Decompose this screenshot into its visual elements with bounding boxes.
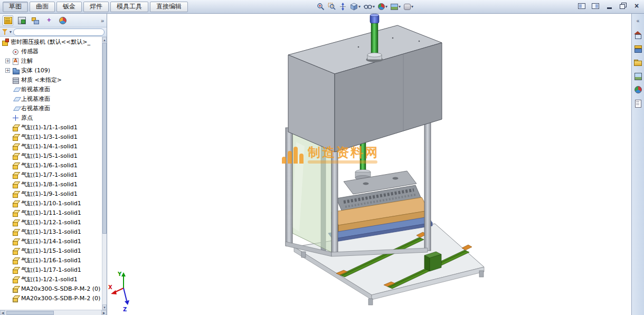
pane-right-button[interactable] — [591, 2, 600, 10]
feature-tree-item[interactable]: 气缸(1)-1/15-1-solid1 — [0, 246, 102, 255]
feature-tree-item[interactable]: MA20x300-S-SDB-P-M-2 (0) — [0, 284, 102, 293]
feature-tree-item[interactable]: 气缸(1)-1/1-1-solid1 — [0, 122, 102, 132]
tree-vertical-scrollbar[interactable]: ▲ ▼ — [102, 37, 107, 310]
expand-toggle[interactable] — [5, 116, 10, 120]
expand-toggle[interactable] — [5, 249, 10, 253]
graphics-3d-model[interactable]: Y X Z — [108, 14, 631, 315]
expand-toggle[interactable] — [5, 230, 10, 234]
section-view-button[interactable] — [338, 1, 348, 12]
edit-appearance-button[interactable]: ▾ — [377, 1, 389, 12]
scroll-right-arrow[interactable]: ▶ — [101, 310, 107, 315]
tab-surfaces[interactable]: 曲面 — [30, 2, 55, 12]
expand-toggle[interactable] — [5, 125, 10, 130]
tree-filter-input[interactable] — [13, 28, 105, 36]
feature-tree-item[interactable]: 气缸(1)-1/6-1-solid1 — [0, 160, 102, 170]
custom-properties-button[interactable] — [633, 99, 643, 108]
feature-tree-item[interactable]: + 注解 — [0, 56, 102, 65]
tab-sheet-metal[interactable]: 钣金 — [56, 2, 82, 12]
feature-tree-item[interactable]: 气缸(1)-1/10-1-solid1 — [0, 198, 102, 208]
expand-toggle[interactable]: + — [5, 68, 10, 73]
design-library-button[interactable] — [633, 44, 643, 53]
expand-toggle[interactable] — [5, 106, 10, 111]
expand-toggle[interactable]: + — [5, 59, 10, 63]
tab-overflow-chevron[interactable]: » — [101, 17, 104, 24]
configurationmanager-tab[interactable] — [30, 15, 41, 26]
expand-toggle[interactable] — [5, 144, 10, 149]
zoom-to-fit-button[interactable] — [316, 1, 326, 12]
expand-toggle[interactable] — [5, 163, 10, 168]
expand-toggle[interactable] — [5, 268, 10, 272]
task-pane-collapse-button[interactable]: « — [633, 16, 643, 25]
feature-tree-item[interactable]: 前视基准面 — [0, 84, 102, 94]
feature-tree-item[interactable]: 气缸(1)-1/5-1-solid1 — [0, 151, 102, 160]
expand-toggle[interactable] — [5, 154, 10, 158]
solidworks-resources-button[interactable] — [633, 30, 643, 39]
expand-toggle[interactable] — [5, 173, 10, 177]
feature-tree-item[interactable]: 气缸(1)-1/7-1-solid1 — [0, 170, 102, 179]
expand-toggle[interactable] — [5, 97, 10, 101]
triad-x-label: X — [108, 284, 112, 290]
displaymanager-tab[interactable] — [58, 15, 68, 26]
feature-tree-item[interactable]: 气缸(1)-1/8-1-solid1 — [0, 179, 102, 189]
expand-toggle[interactable] — [5, 220, 10, 225]
tab-sketch[interactable]: 草图 — [3, 2, 28, 12]
apply-scene-icon — [391, 4, 398, 10]
feature-tree-item[interactable]: 原点 — [0, 113, 102, 122]
feature-tree-item[interactable]: 气缸(1)-1/14-1-solid1 — [0, 236, 102, 246]
expand-toggle[interactable] — [5, 296, 10, 301]
propertymanager-tab[interactable] — [16, 15, 27, 26]
expand-toggle[interactable] — [5, 277, 10, 282]
feature-tree-item[interactable]: 上视基准面 — [0, 94, 102, 103]
apply-scene-button[interactable]: ▾ — [390, 1, 402, 12]
feature-tree-item[interactable]: 气缸(1)-1/4-1-solid1 — [0, 141, 102, 151]
scroll-down-arrow[interactable]: ▼ — [102, 304, 107, 310]
file-explorer-button[interactable] — [633, 58, 643, 66]
expand-toggle[interactable] — [5, 258, 10, 263]
feature-tree-item[interactable]: 气缸(1)-1/12-1-solid1 — [0, 217, 102, 227]
scroll-thumb[interactable] — [6, 311, 54, 315]
expand-toggle[interactable] — [5, 211, 10, 215]
restore-button[interactable] — [618, 2, 628, 10]
feature-tree-item[interactable]: 传感器 — [0, 46, 102, 56]
expand-toggle[interactable] — [5, 182, 10, 187]
feature-tree-item[interactable]: MA20x300-S-SDB-P-M-2 (0) — [0, 293, 102, 303]
feature-tree-item[interactable]: 气缸(1)-1/13-1-solid1 — [0, 227, 102, 236]
feature-tree-item[interactable]: 材质 <未指定> — [0, 75, 102, 84]
scroll-left-arrow[interactable]: ◀ — [0, 310, 5, 315]
feature-tree-item[interactable]: + 实体 (109) — [0, 65, 102, 75]
expand-toggle[interactable] — [5, 287, 10, 291]
feature-tree-item[interactable]: 气缸(1)-1/3-1-solid1 — [0, 132, 102, 141]
feature-tree-root[interactable]: 密封圈压接机 (默认<<默认>_ — [0, 37, 102, 46]
scroll-thumb[interactable] — [102, 43, 107, 234]
tab-mold-tools[interactable]: 模具工具 — [110, 2, 148, 12]
scroll-up-arrow[interactable]: ▲ — [102, 37, 107, 42]
view-orientation-button[interactable]: ▾ — [349, 1, 362, 12]
tab-weldments[interactable]: 焊件 — [83, 2, 109, 12]
expand-toggle[interactable] — [5, 201, 10, 206]
expand-toggle[interactable] — [5, 192, 10, 196]
view-palette-button[interactable] — [633, 71, 643, 80]
zoom-to-area-button[interactable] — [327, 1, 337, 12]
minimize-button[interactable] — [604, 2, 614, 10]
pane-left-button[interactable] — [577, 2, 586, 10]
expand-toggle[interactable] — [5, 87, 10, 92]
graphics-area[interactable]: Y X Z 制造资料网 — [108, 14, 631, 315]
expand-toggle[interactable] — [5, 78, 10, 82]
close-button[interactable]: × — [632, 2, 641, 10]
tab-direct-editing[interactable]: 直接编辑 — [150, 2, 188, 12]
feature-tree-item[interactable]: 右视基准面 — [0, 103, 102, 113]
feature-tree-item[interactable]: 气缸(1)-1/17-1-solid1 — [0, 265, 102, 274]
feature-tree-item[interactable]: 气缸(1)-1/9-1-solid1 — [0, 189, 102, 198]
expand-toggle[interactable] — [5, 135, 10, 139]
feature-tree-item[interactable]: 气缸(1)-1/11-1-solid1 — [0, 208, 102, 217]
appearances-scenes-button[interactable] — [633, 85, 643, 94]
feature-tree-item[interactable]: 气缸(1)-1/2-1-solid1 — [0, 274, 102, 284]
expand-toggle[interactable] — [5, 239, 10, 244]
feature-tree-item[interactable]: 气缸(1)-1/16-1-solid1 — [0, 255, 102, 265]
dimxpertmanager-tab[interactable] — [44, 15, 54, 26]
tree-horizontal-scrollbar[interactable]: ◀ ▶ — [0, 310, 107, 315]
expand-toggle[interactable] — [5, 49, 10, 54]
featuremanager-tab[interactable] — [3, 15, 13, 26]
view-settings-button[interactable]: ▾ — [403, 1, 414, 12]
hide-show-items-button[interactable]: ▾ — [363, 1, 376, 12]
